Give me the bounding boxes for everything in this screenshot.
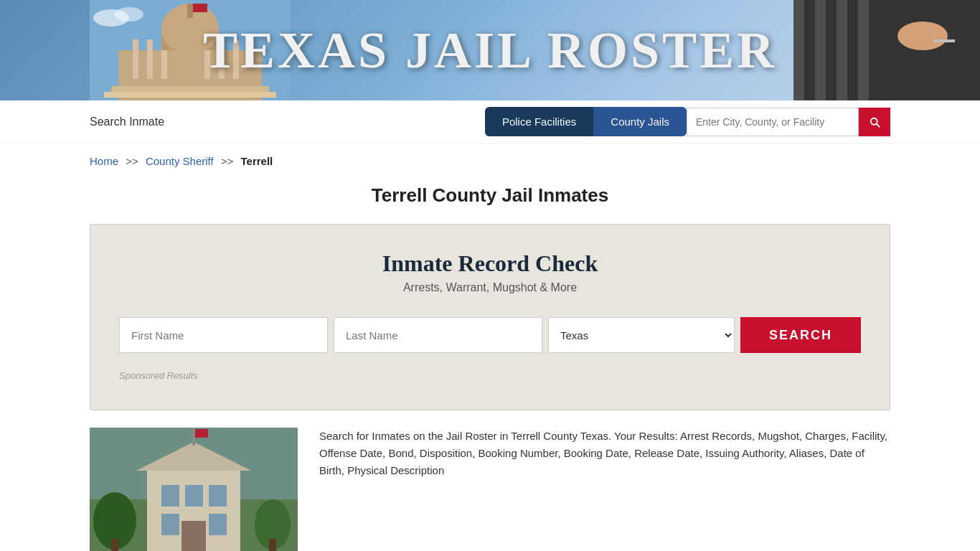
bottom-description: Search for Inmates on the Jail Roster in… (319, 428, 890, 479)
svg-rect-10 (187, 4, 193, 18)
breadcrumb-sep2: >> (221, 155, 234, 167)
banner-title: Texas Jail Roster (203, 21, 777, 80)
svg-rect-20 (858, 0, 869, 100)
svg-rect-23 (933, 39, 955, 42)
svg-rect-11 (193, 4, 207, 12)
svg-rect-33 (161, 514, 179, 535)
svg-rect-40 (192, 428, 195, 446)
breadcrumb-home[interactable]: Home (90, 155, 118, 167)
svg-point-21 (897, 22, 948, 50)
facility-search-button[interactable] (859, 108, 890, 136)
breadcrumb: Home >> County Sheriff >> Terrell (0, 143, 980, 173)
svg-rect-13 (104, 92, 276, 98)
first-name-input[interactable] (119, 317, 328, 353)
record-check-subtitle: Arrests, Warrant, Mugshot & More (119, 281, 861, 294)
svg-rect-2 (133, 39, 138, 79)
search-icon (868, 116, 881, 128)
svg-rect-37 (111, 539, 118, 551)
svg-rect-19 (837, 0, 847, 100)
nav-right: Police Facilities County Jails (485, 107, 890, 136)
sponsored-label: Sponsored Results (119, 370, 861, 381)
breadcrumb-county-sheriff[interactable]: County Sheriff (146, 155, 214, 167)
svg-rect-30 (161, 485, 179, 507)
facility-search-input[interactable] (687, 108, 859, 136)
breadcrumb-sep1: >> (126, 155, 138, 167)
record-check-form: AlabamaAlaskaArizonaArkansasCaliforniaCo… (119, 317, 861, 353)
state-select[interactable]: AlabamaAlaskaArizonaArkansasCaliforniaCo… (548, 317, 735, 353)
header-banner: Texas Jail Roster (0, 0, 980, 100)
record-check-box: Inmate Record Check Arrests, Warrant, Mu… (90, 224, 890, 410)
record-search-button[interactable]: SEARCH (740, 317, 861, 353)
search-inmate-label: Search Inmate (90, 116, 485, 128)
svg-rect-17 (793, 0, 804, 100)
svg-rect-39 (269, 539, 276, 551)
svg-rect-35 (182, 521, 206, 551)
svg-point-15 (115, 7, 143, 22)
page-title: Terrell County Jail Inmates (0, 184, 980, 207)
record-check-title: Inmate Record Check (119, 250, 861, 277)
svg-rect-12 (111, 86, 269, 92)
breadcrumb-current: Terrell (241, 155, 273, 167)
svg-rect-32 (209, 485, 227, 507)
bottom-section: Search for Inmates on the Jail Roster in… (0, 428, 980, 551)
svg-rect-34 (209, 514, 227, 535)
terrell-county-building (90, 428, 298, 551)
county-jails-button[interactable]: County Jails (593, 107, 687, 136)
nav-bar: Search Inmate Police Facilities County J… (0, 100, 980, 143)
svg-rect-41 (195, 429, 208, 438)
svg-rect-3 (147, 39, 153, 79)
last-name-input[interactable] (334, 317, 542, 353)
police-facilities-button[interactable]: Police Facilities (485, 107, 593, 136)
svg-rect-31 (185, 485, 203, 507)
svg-rect-18 (815, 0, 826, 100)
jail-keys-illustration (793, 0, 980, 100)
bottom-image (90, 428, 298, 551)
